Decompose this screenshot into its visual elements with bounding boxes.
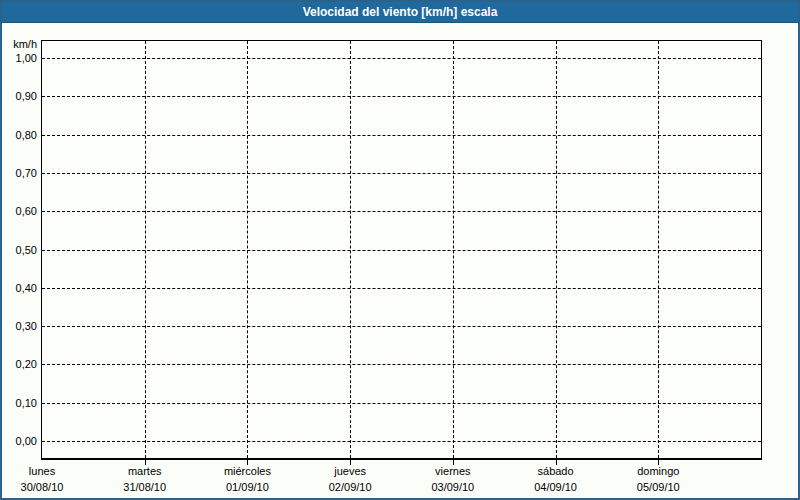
plot-area [41,40,762,460]
h-gridline [42,441,761,442]
h-gridline [42,211,761,212]
h-gridline [42,96,761,97]
y-tick-label: 0,90 [2,90,37,103]
v-gridline [556,41,557,458]
y-tick-label: 1,00 [2,52,37,65]
y-tick-label: 0,70 [2,167,37,180]
h-gridline [42,250,761,251]
y-tick-label: 0,10 [2,397,37,410]
chart-title: Velocidad del viento [km/h] escala [2,2,798,23]
y-tick-label: 0,60 [2,205,37,218]
h-gridline [42,288,761,289]
h-gridline [42,364,761,365]
x-tick-day-label: domingo [598,465,718,477]
v-gridline [350,41,351,458]
x-tick-mark [453,460,454,465]
v-gridline [453,41,454,458]
x-tick-mark [658,460,659,465]
h-gridline [42,135,761,136]
y-tick-label: 0,40 [2,282,37,295]
x-tick-mark [350,460,351,465]
h-gridline [42,326,761,327]
h-gridline [42,58,761,59]
y-tick-label: 0,30 [2,320,37,333]
v-gridline [658,41,659,458]
x-tick-mark [145,460,146,465]
y-axis-unit-label: km/h [2,38,37,50]
v-gridline [145,41,146,458]
y-tick-label: 0,00 [2,435,37,448]
y-tick-label: 0,20 [2,358,37,371]
h-gridline [42,173,761,174]
y-tick-label: 0,50 [2,244,37,257]
v-gridline [247,41,248,458]
h-gridline [42,403,761,404]
x-tick-date-label: 05/09/10 [598,481,718,493]
x-tick-mark [556,460,557,465]
y-tick-label: 0,80 [2,129,37,142]
chart-window: Velocidad del viento [km/h] escala km/h … [0,0,800,500]
x-tick-mark [247,460,248,465]
